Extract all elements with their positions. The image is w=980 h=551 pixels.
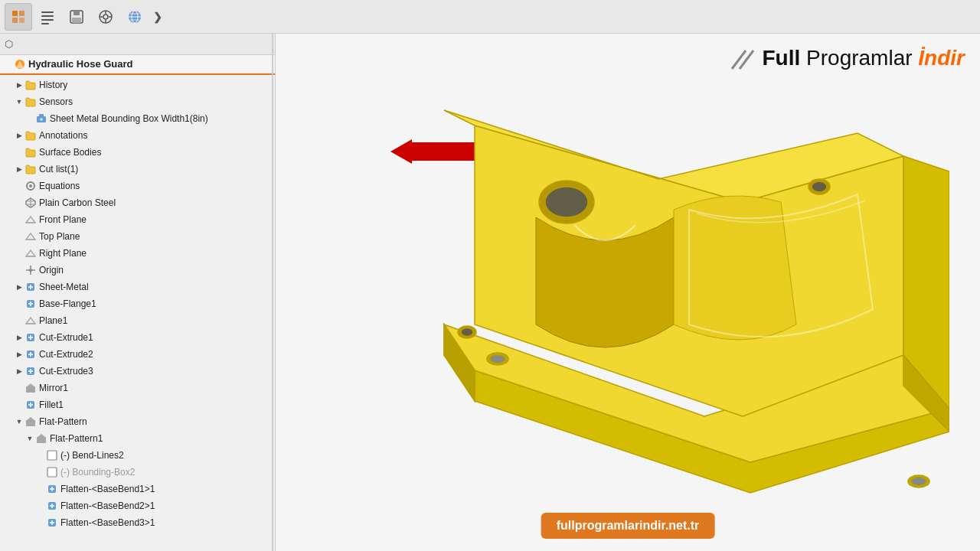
root-icon — [14, 58, 26, 70]
expand-icon-cut-extrude3[interactable]: ▶ — [14, 366, 24, 377]
svg-point-91 — [911, 478, 926, 486]
expand-icon-cut-extrude1[interactable]: ▶ — [14, 332, 24, 343]
item-label-sensors: Sensors — [39, 96, 73, 107]
expand-icon-history[interactable]: ▶ — [14, 80, 24, 90]
svg-rect-69 — [37, 437, 46, 443]
item-label-flatten-basebend3: Flatten-<BaseBend3>1 — [60, 517, 155, 528]
expand-icon-cut-extrude2[interactable]: ▶ — [14, 349, 24, 360]
tree-root-item[interactable]: Hydraulic Hose Guard — [0, 55, 275, 73]
item-icon-bounding-box2 — [46, 466, 58, 478]
tree-item-cut-list[interactable]: ▶Cut list(1) — [0, 161, 275, 178]
filter-icon: ⬡ — [5, 38, 13, 50]
svg-rect-9 — [74, 11, 80, 15]
svg-rect-67 — [26, 420, 35, 426]
expand-icon-bend-lines2 — [35, 450, 46, 461]
tree-item-mirror1[interactable]: Mirror1 — [0, 380, 275, 396]
item-icon-mirror1 — [24, 382, 37, 394]
left-panel: ⬡ Hydraulic Hose Guard ▶History▼SensorsS… — [0, 34, 276, 551]
svg-rect-2 — [12, 18, 18, 23]
tree-item-equations[interactable]: Equations — [0, 178, 275, 194]
item-icon-cut-extrude2 — [24, 348, 37, 360]
toolbar-globe-btn[interactable] — [121, 3, 149, 31]
tree-item-annotations[interactable]: ▶Annotations — [0, 127, 275, 144]
expand-icon-flatten-basebend3 — [35, 517, 46, 528]
tree-item-bounding-box2[interactable]: (-) Bounding-Box2 — [0, 464, 275, 481]
expand-icon-material — [14, 197, 24, 208]
tree-item-history[interactable]: ▶History — [0, 77, 275, 93]
item-icon-origin — [24, 264, 37, 276]
url-text: fullprogramlarindir.net.tr — [557, 519, 700, 532]
tree-item-front-plane[interactable]: Front Plane — [0, 211, 275, 228]
expand-icon-right-plane — [14, 248, 24, 259]
svg-rect-3 — [19, 18, 24, 23]
svg-point-27 — [29, 184, 32, 187]
expand-icon-annotations[interactable]: ▶ — [14, 130, 24, 141]
item-icon-fillet1 — [24, 399, 37, 411]
tree-item-cut-extrude3[interactable]: ▶Cut-Extrude3 — [0, 363, 275, 380]
tree-item-sensors[interactable]: ▼Sensors — [0, 93, 275, 110]
tree-item-cut-extrude1[interactable]: ▶Cut-Extrude1 — [0, 329, 275, 346]
svg-marker-70 — [38, 434, 45, 437]
expand-icon-flat-pattern1[interactable]: ▼ — [24, 433, 35, 444]
tree-item-flat-pattern[interactable]: ▼Flat-Pattern — [0, 413, 275, 430]
item-label-flat-pattern1: Flat-Pattern1 — [50, 433, 103, 444]
svg-point-96 — [545, 187, 588, 217]
expand-icon-surface-bodies — [14, 147, 24, 158]
tree-item-base-flange1[interactable]: Base-Flange1 — [0, 295, 275, 312]
tree-item-flatten-basebend2[interactable]: Flatten-<BaseBend2>1 — [0, 497, 275, 514]
svg-rect-0 — [12, 11, 18, 16]
item-label-flatten-basebend1: Flatten-<BaseBend1>1 — [60, 484, 155, 494]
item-icon-base-flange1 — [24, 298, 37, 310]
tree-item-flat-pattern1[interactable]: ▼Flat-Pattern1 — [0, 430, 275, 447]
item-label-material: Plain Carbon Steel — [39, 197, 116, 208]
tree-item-right-plane[interactable]: Right Plane — [0, 245, 275, 262]
item-icon-front-plane — [24, 214, 37, 226]
expand-icon-flatten-basebend1 — [35, 484, 46, 494]
tree-item-plane1[interactable]: Plane1 — [0, 312, 275, 329]
item-label-cut-list: Cut list(1) — [39, 164, 78, 174]
toolbar-save-btn[interactable] — [63, 3, 90, 31]
item-label-history: History — [39, 80, 67, 90]
svg-rect-62 — [26, 386, 35, 393]
expand-icon-sheet-metal[interactable]: ▶ — [14, 282, 24, 292]
item-icon-surface-bodies — [24, 146, 37, 158]
tree-item-material[interactable]: Plain Carbon Steel — [0, 194, 275, 211]
svg-marker-36 — [26, 217, 35, 223]
toolbar-home-btn[interactable] — [5, 3, 32, 31]
tree-container[interactable]: ▶History▼SensorsSheet Metal Bounding Box… — [0, 75, 275, 551]
tree-item-top-plane[interactable]: Top Plane — [0, 228, 275, 245]
tree-item-sheet-metal-bb[interactable]: Sheet Metal Bounding Box Width1(8in) — [0, 110, 275, 127]
svg-rect-10 — [72, 18, 81, 23]
canvas-area: Full Programlar İndir — [276, 34, 980, 551]
item-label-cut-extrude2: Cut-Extrude2 — [39, 349, 93, 360]
tree-item-surface-bodies[interactable]: Surface Bodies — [0, 144, 275, 161]
tree-item-bend-lines2[interactable]: (-) Bend-Lines2 — [0, 447, 275, 464]
svg-rect-1 — [19, 11, 24, 16]
panel-splitter[interactable] — [270, 34, 275, 551]
svg-point-44 — [29, 269, 32, 272]
svg-rect-72 — [47, 468, 57, 477]
toolbar-more-btn[interactable]: ❯ — [150, 11, 165, 23]
tree-item-flatten-basebend3[interactable]: Flatten-<BaseBend3>1 — [0, 514, 275, 531]
tree-item-flatten-basebend1[interactable]: Flatten-<BaseBend1>1 — [0, 481, 275, 497]
svg-rect-7 — [41, 23, 49, 24]
expand-icon-bounding-box2 — [35, 467, 46, 478]
item-icon-cut-list — [24, 163, 37, 175]
expand-icon-base-flange1 — [14, 298, 24, 309]
tree-item-fillet1[interactable]: Fillet1 — [0, 396, 275, 413]
expand-icon-sensors[interactable]: ▼ — [14, 96, 24, 107]
item-label-cut-extrude1: Cut-Extrude1 — [39, 332, 93, 343]
toolbar-list-btn[interactable] — [34, 3, 61, 31]
item-label-mirror1: Mirror1 — [39, 383, 68, 393]
toolbar-target-btn[interactable] — [92, 3, 119, 31]
svg-marker-68 — [27, 417, 34, 420]
expand-icon-cut-list[interactable]: ▶ — [14, 164, 24, 174]
tree-item-origin[interactable]: Origin — [0, 262, 275, 279]
tree-item-cut-extrude2[interactable]: ▶Cut-Extrude2 — [0, 346, 275, 363]
item-label-right-plane: Right Plane — [39, 248, 87, 259]
tree-item-sheet-metal[interactable]: ▶Sheet-Metal — [0, 279, 275, 295]
filter-input[interactable] — [16, 40, 270, 49]
svg-rect-24 — [39, 114, 44, 117]
item-label-surface-bodies: Surface Bodies — [39, 147, 101, 158]
expand-icon-flat-pattern[interactable]: ▼ — [14, 416, 24, 427]
